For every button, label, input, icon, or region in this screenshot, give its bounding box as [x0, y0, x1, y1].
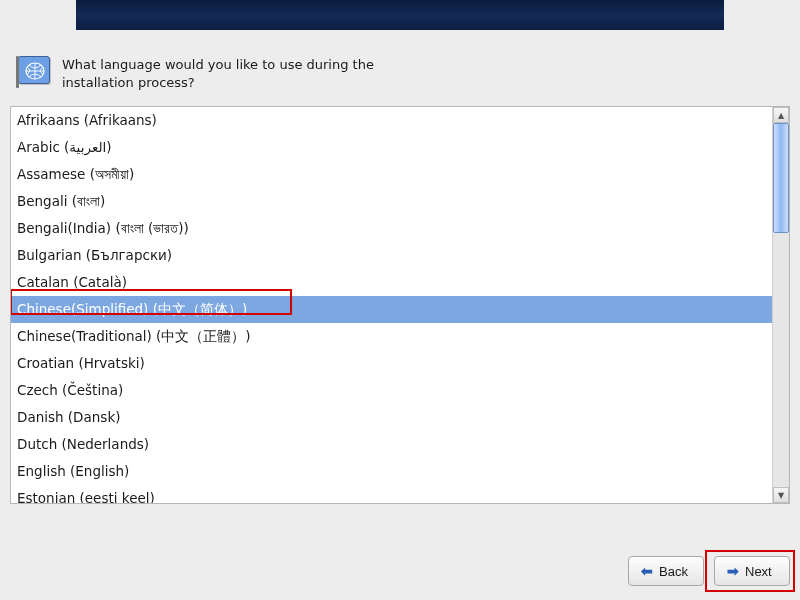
next-button[interactable]: ➡ Next	[714, 556, 790, 586]
list-item[interactable]: Chinese(Traditional) (中文（正體）)	[11, 323, 772, 350]
arrow-right-icon: ➡	[727, 563, 739, 579]
globe-flag-icon	[18, 56, 50, 84]
prompt-line1: What language would you like to use duri…	[62, 56, 374, 74]
language-listbox[interactable]: Afrikaans (Afrikaans)Arabic (العربية)Ass…	[10, 106, 790, 504]
scroll-track[interactable]	[773, 123, 789, 487]
scrollbar[interactable]: ▲ ▼	[772, 107, 789, 503]
back-button[interactable]: ⬅ Back	[628, 556, 704, 586]
scroll-thumb[interactable]	[773, 123, 789, 233]
list-item[interactable]: Danish (Dansk)	[11, 404, 772, 431]
list-item[interactable]: English (English)	[11, 458, 772, 485]
list-item[interactable]: Afrikaans (Afrikaans)	[11, 107, 772, 134]
arrow-left-icon: ⬅	[641, 563, 653, 579]
next-button-label: Next	[745, 564, 772, 579]
list-item[interactable]: Czech (Čeština)	[11, 377, 772, 404]
list-item[interactable]: Bulgarian (Български)	[11, 242, 772, 269]
list-item[interactable]: Bengali(India) (বাংলা (ভারত))	[11, 215, 772, 242]
list-item[interactable]: Catalan (Català)	[11, 269, 772, 296]
header-banner	[76, 0, 724, 30]
list-item[interactable]: Arabic (العربية)	[11, 134, 772, 161]
list-item[interactable]: Assamese (অসমীয়া)	[11, 161, 772, 188]
prompt-line2: installation process?	[62, 74, 374, 92]
prompt-row: What language would you like to use duri…	[18, 56, 800, 92]
list-item[interactable]: Chinese(Simplified) (中文（简体）)	[11, 296, 772, 323]
prompt-text: What language would you like to use duri…	[62, 56, 374, 92]
list-item[interactable]: Estonian (eesti keel)	[11, 485, 772, 503]
button-row: ⬅ Back ➡ Next	[628, 556, 790, 586]
list-item[interactable]: Croatian (Hrvatski)	[11, 350, 772, 377]
list-item[interactable]: Dutch (Nederlands)	[11, 431, 772, 458]
list-item[interactable]: Bengali (বাংলা)	[11, 188, 772, 215]
scroll-down-button[interactable]: ▼	[773, 487, 789, 503]
scroll-up-button[interactable]: ▲	[773, 107, 789, 123]
back-button-label: Back	[659, 564, 688, 579]
